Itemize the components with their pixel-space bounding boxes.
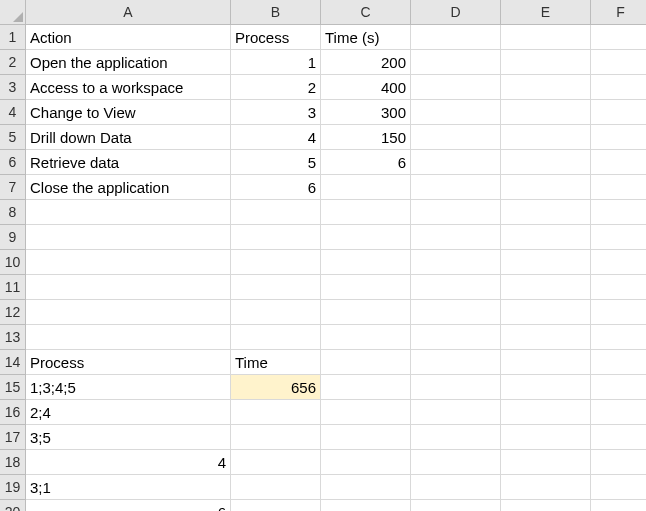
column-header-F[interactable]: F [591,0,646,25]
cell-C2[interactable]: 200 [321,50,411,75]
cell-C5[interactable]: 150 [321,125,411,150]
cell-D19[interactable] [411,475,501,500]
cell-D9[interactable] [411,225,501,250]
cell-F19[interactable] [591,475,646,500]
cell-E13[interactable] [501,325,591,350]
cell-F20[interactable] [591,500,646,511]
cell-D10[interactable] [411,250,501,275]
cell-D16[interactable] [411,400,501,425]
cell-B11[interactable] [231,275,321,300]
cell-F11[interactable] [591,275,646,300]
cell-F10[interactable] [591,250,646,275]
cell-B8[interactable] [231,200,321,225]
row-header-1[interactable]: 1 [0,25,26,50]
cell-F5[interactable] [591,125,646,150]
cell-A15[interactable]: 1;3;4;5 [26,375,231,400]
cell-B13[interactable] [231,325,321,350]
cell-B16[interactable] [231,400,321,425]
cell-E18[interactable] [501,450,591,475]
cell-B19[interactable] [231,475,321,500]
cell-F3[interactable] [591,75,646,100]
cell-D18[interactable] [411,450,501,475]
cell-F6[interactable] [591,150,646,175]
cell-C3[interactable]: 400 [321,75,411,100]
cell-B10[interactable] [231,250,321,275]
cell-C20[interactable] [321,500,411,511]
cell-A16[interactable]: 2;4 [26,400,231,425]
cell-E3[interactable] [501,75,591,100]
cell-A3[interactable]: Access to a workspace [26,75,231,100]
cell-E8[interactable] [501,200,591,225]
cell-D15[interactable] [411,375,501,400]
row-header-15[interactable]: 15 [0,375,26,400]
cell-A9[interactable] [26,225,231,250]
column-header-A[interactable]: A [26,0,231,25]
cell-A10[interactable] [26,250,231,275]
cell-C13[interactable] [321,325,411,350]
select-all-corner[interactable] [0,0,26,25]
cell-A17[interactable]: 3;5 [26,425,231,450]
cell-D2[interactable] [411,50,501,75]
column-header-D[interactable]: D [411,0,501,25]
cell-F7[interactable] [591,175,646,200]
row-header-8[interactable]: 8 [0,200,26,225]
cell-B3[interactable]: 2 [231,75,321,100]
row-header-10[interactable]: 10 [0,250,26,275]
cell-A5[interactable]: Drill down Data [26,125,231,150]
cell-A13[interactable] [26,325,231,350]
cell-E14[interactable] [501,350,591,375]
row-header-2[interactable]: 2 [0,50,26,75]
row-header-4[interactable]: 4 [0,100,26,125]
cell-E1[interactable] [501,25,591,50]
row-header-18[interactable]: 18 [0,450,26,475]
cell-D13[interactable] [411,325,501,350]
cell-E17[interactable] [501,425,591,450]
row-header-12[interactable]: 12 [0,300,26,325]
cell-D1[interactable] [411,25,501,50]
cell-E4[interactable] [501,100,591,125]
cell-D20[interactable] [411,500,501,511]
cell-E7[interactable] [501,175,591,200]
row-header-11[interactable]: 11 [0,275,26,300]
cell-D7[interactable] [411,175,501,200]
cell-B17[interactable] [231,425,321,450]
cell-A14[interactable]: Process [26,350,231,375]
cell-B14[interactable]: Time [231,350,321,375]
cell-B18[interactable] [231,450,321,475]
row-header-6[interactable]: 6 [0,150,26,175]
cell-D3[interactable] [411,75,501,100]
cell-F8[interactable] [591,200,646,225]
cell-F17[interactable] [591,425,646,450]
row-header-14[interactable]: 14 [0,350,26,375]
cell-E19[interactable] [501,475,591,500]
cell-F12[interactable] [591,300,646,325]
row-header-20[interactable]: 20 [0,500,26,511]
cell-F1[interactable] [591,25,646,50]
cell-D14[interactable] [411,350,501,375]
column-header-B[interactable]: B [231,0,321,25]
cell-A4[interactable]: Change to View [26,100,231,125]
cell-C18[interactable] [321,450,411,475]
cell-B5[interactable]: 4 [231,125,321,150]
cell-C12[interactable] [321,300,411,325]
cell-F2[interactable] [591,50,646,75]
cell-F4[interactable] [591,100,646,125]
cell-A7[interactable]: Close the application [26,175,231,200]
cell-C1[interactable]: Time (s) [321,25,411,50]
cell-E9[interactable] [501,225,591,250]
cell-E2[interactable] [501,50,591,75]
row-header-17[interactable]: 17 [0,425,26,450]
spreadsheet-grid[interactable]: ABCDEF1ActionProcessTime (s)2Open the ap… [0,0,646,511]
cell-B6[interactable]: 5 [231,150,321,175]
cell-B9[interactable] [231,225,321,250]
cell-A11[interactable] [26,275,231,300]
row-header-13[interactable]: 13 [0,325,26,350]
cell-F16[interactable] [591,400,646,425]
cell-E10[interactable] [501,250,591,275]
cell-C8[interactable] [321,200,411,225]
column-header-E[interactable]: E [501,0,591,25]
cell-B4[interactable]: 3 [231,100,321,125]
cell-C6[interactable]: 6 [321,150,411,175]
cell-A19[interactable]: 3;1 [26,475,231,500]
cell-A18[interactable]: 4 [26,450,231,475]
